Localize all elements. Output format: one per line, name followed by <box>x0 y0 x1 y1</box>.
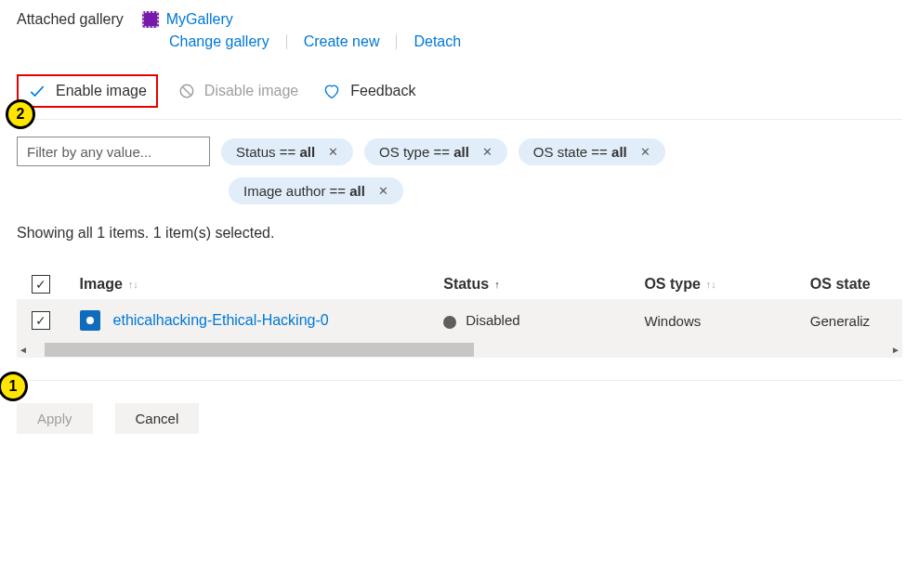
sort-icon: ↑↓ <box>706 279 716 290</box>
sort-asc-icon: ↑ <box>494 279 500 290</box>
svg-line-1 <box>182 87 190 96</box>
apply-button[interactable]: Apply <box>17 403 93 434</box>
table-row[interactable]: ethicalhacking-Ethical-Hacking-0 Disable… <box>17 299 902 342</box>
column-header-image[interactable]: Image↑↓ <box>80 276 444 293</box>
filter-pill-status[interactable]: Status == all ✕ <box>221 138 353 165</box>
close-icon[interactable]: ✕ <box>374 184 388 198</box>
enable-image-label: Enable image <box>56 83 147 99</box>
divider <box>17 380 902 381</box>
callout-badge-2: 2 <box>6 99 35 129</box>
column-header-osstate[interactable]: OS state <box>810 276 902 293</box>
select-all-checkbox[interactable] <box>32 275 50 294</box>
disable-image-label: Disable image <box>204 83 298 99</box>
filter-pill-author[interactable]: Image author == all ✕ <box>229 177 403 204</box>
gallery-icon <box>142 11 159 28</box>
scroll-right-icon[interactable]: ► <box>891 345 900 355</box>
divider <box>396 34 397 49</box>
callout-badge-1: 1 <box>0 372 28 401</box>
image-name-link[interactable]: ethicalhacking-Ethical-Hacking-0 <box>113 312 329 329</box>
attached-gallery-label: Attached gallery <box>17 11 124 28</box>
feedback-label: Feedback <box>350 83 415 99</box>
detach-link[interactable]: Detach <box>414 33 461 50</box>
filter-input[interactable] <box>17 137 210 166</box>
osstate-cell: Generaliz <box>810 313 902 329</box>
column-header-ostype[interactable]: OS type↑↓ <box>644 276 809 293</box>
horizontal-scrollbar[interactable]: ◄ ► <box>17 342 902 358</box>
close-icon[interactable]: ✕ <box>324 145 338 159</box>
ban-icon <box>178 83 195 99</box>
image-icon <box>80 310 100 331</box>
status-dot-icon <box>443 316 456 329</box>
filter-pill-osstate[interactable]: OS state == all ✕ <box>519 138 665 165</box>
scroll-left-icon[interactable]: ◄ <box>19 345 28 355</box>
status-text: Disabled <box>466 312 519 328</box>
heart-icon <box>322 82 341 100</box>
feedback-button[interactable]: Feedback <box>319 80 419 102</box>
check-icon <box>28 82 46 100</box>
cancel-button[interactable]: Cancel <box>115 403 200 434</box>
table-header: Image↑↓ Status↑ OS type↑↓ OS state <box>17 269 902 299</box>
filter-pill-ostype[interactable]: OS type == all ✕ <box>364 138 507 165</box>
gallery-name-link[interactable]: MyGallery <box>166 11 233 28</box>
change-gallery-link[interactable]: Change gallery <box>169 33 269 50</box>
close-icon[interactable]: ✕ <box>479 145 492 159</box>
toolbar: Enable image Disable image Feedback <box>17 74 902 120</box>
ostype-cell: Windows <box>644 313 809 329</box>
disable-image-button: Disable image <box>175 81 302 101</box>
create-new-link[interactable]: Create new <box>304 33 380 50</box>
row-checkbox[interactable] <box>32 311 50 330</box>
column-header-status[interactable]: Status↑ <box>443 276 644 293</box>
close-icon[interactable]: ✕ <box>637 145 650 159</box>
divider <box>286 34 287 49</box>
enable-image-button[interactable]: Enable image <box>17 74 158 108</box>
sort-icon: ↑↓ <box>128 279 138 290</box>
results-summary: Showing all 1 items. 1 item(s) selected. <box>17 225 902 242</box>
